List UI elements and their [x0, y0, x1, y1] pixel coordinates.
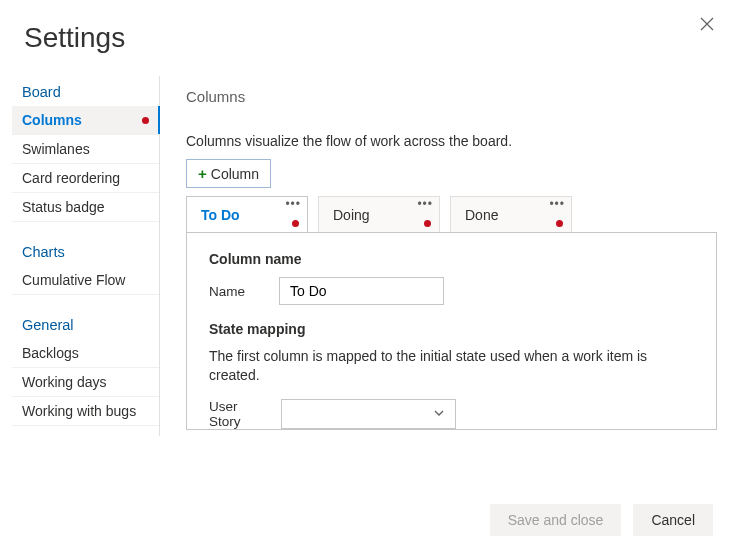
- state-mapping-heading: State mapping: [209, 321, 694, 337]
- sidebar-item-backlogs[interactable]: Backlogs: [12, 339, 159, 368]
- sidebar-item-card-reordering[interactable]: Card reordering: [12, 164, 159, 193]
- sidebar-item-label: Swimlanes: [22, 141, 90, 157]
- sidebar-item-label: Status badge: [22, 199, 105, 215]
- nav-group-board: Board: [12, 76, 159, 106]
- add-column-button[interactable]: + Column: [186, 159, 271, 188]
- close-icon[interactable]: [699, 16, 715, 32]
- nav-group-charts: Charts: [12, 236, 159, 266]
- main-description: Columns visualize the flow of work acros…: [186, 133, 717, 149]
- sidebar-item-columns[interactable]: Columns: [12, 106, 159, 135]
- main-title: Columns: [186, 88, 717, 105]
- column-name-heading: Column name: [209, 251, 694, 267]
- plus-icon: +: [198, 165, 207, 182]
- sidebar-item-label: Card reordering: [22, 170, 120, 186]
- sidebar-item-working-with-bugs[interactable]: Working with bugs: [12, 397, 159, 426]
- main-panel: Columns Columns visualize the flow of wo…: [160, 76, 737, 436]
- sidebar-item-label: Working days: [22, 374, 107, 390]
- page-title: Settings: [24, 22, 737, 54]
- settings-sidebar: Board Columns Swimlanes Card reordering …: [12, 76, 160, 436]
- name-label: Name: [209, 284, 269, 299]
- add-column-label: Column: [211, 166, 259, 182]
- tab-label: Doing: [333, 207, 370, 223]
- error-icon: [556, 220, 563, 227]
- column-tabs: ••• To Do ••• Doing ••• Done: [186, 196, 717, 233]
- chevron-down-icon: [433, 406, 445, 422]
- user-story-label: User Story: [209, 399, 271, 429]
- state-mapping-description: The first column is mapped to the initia…: [209, 347, 694, 385]
- kebab-icon[interactable]: •••: [285, 197, 301, 211]
- sidebar-item-label: Working with bugs: [22, 403, 136, 419]
- nav-group-general: General: [12, 309, 159, 339]
- tab-done[interactable]: ••• Done: [450, 196, 572, 233]
- user-story-dropdown[interactable]: [281, 399, 456, 429]
- sidebar-item-swimlanes[interactable]: Swimlanes: [12, 135, 159, 164]
- column-settings-panel: Column name Name State mapping The first…: [186, 232, 717, 430]
- dialog-footer: Save and close Cancel: [490, 504, 713, 536]
- tab-label: To Do: [201, 207, 240, 223]
- sidebar-item-label: Backlogs: [22, 345, 79, 361]
- tab-label: Done: [465, 207, 498, 223]
- column-name-input[interactable]: [279, 277, 444, 305]
- sidebar-item-cumulative-flow[interactable]: Cumulative Flow: [12, 266, 159, 295]
- tab-doing[interactable]: ••• Doing: [318, 196, 440, 233]
- sidebar-item-label: Columns: [22, 112, 82, 128]
- save-and-close-button[interactable]: Save and close: [490, 504, 622, 536]
- error-icon: [142, 117, 149, 124]
- sidebar-item-label: Cumulative Flow: [22, 272, 125, 288]
- cancel-button[interactable]: Cancel: [633, 504, 713, 536]
- sidebar-item-status-badge[interactable]: Status badge: [12, 193, 159, 222]
- kebab-icon[interactable]: •••: [549, 197, 565, 211]
- tab-todo[interactable]: ••• To Do: [186, 196, 308, 233]
- sidebar-item-working-days[interactable]: Working days: [12, 368, 159, 397]
- error-icon: [424, 220, 431, 227]
- error-icon: [292, 220, 299, 227]
- kebab-icon[interactable]: •••: [417, 197, 433, 211]
